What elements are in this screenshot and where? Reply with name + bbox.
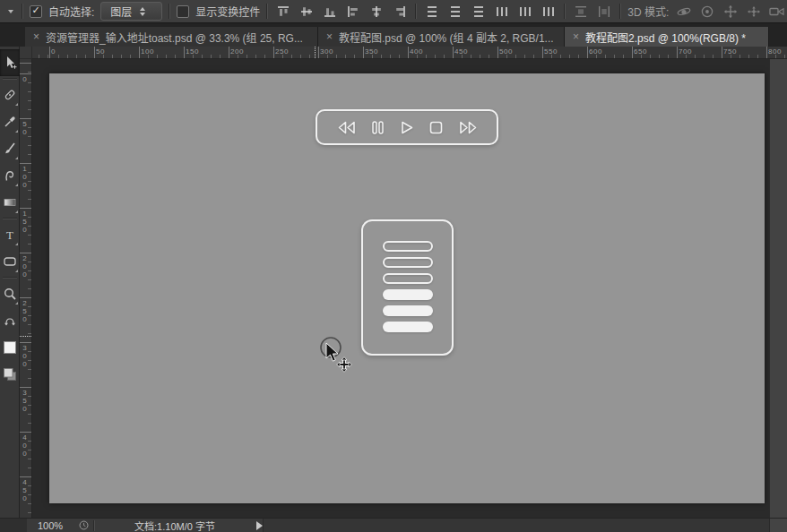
document-tab-1[interactable]: ×资源管理器_输入地址toast.psd @ 33.3% (组 25, RG..… xyxy=(25,27,318,47)
tab-title: 资源管理器_输入地址toast.psd @ 33.3% (组 25, RG... xyxy=(46,30,303,45)
play-button-icon xyxy=(399,120,414,135)
separator xyxy=(266,4,268,19)
list-bar-outline xyxy=(383,273,433,284)
brush-tool[interactable] xyxy=(0,135,20,162)
status-bar: 100% 文档:1.10M/0 字节 xyxy=(0,518,787,532)
auto-select-label: 自动选择: xyxy=(48,4,94,19)
ruler-label: 150 xyxy=(186,47,199,56)
separator xyxy=(564,4,566,19)
tab-close-icon[interactable]: × xyxy=(326,30,333,43)
ruler-label: 250 xyxy=(21,299,28,323)
separator xyxy=(3,78,17,80)
distribute-left-edges-icon[interactable] xyxy=(493,4,511,20)
3d-roll-icon[interactable] xyxy=(698,4,716,20)
distribute-vertical-centers-icon[interactable] xyxy=(446,4,464,20)
3d-slide-icon[interactable] xyxy=(745,4,763,20)
ruler-label: 250 xyxy=(275,47,289,56)
distribute-top-edges-icon[interactable] xyxy=(423,4,441,20)
list-bar-filled xyxy=(383,322,433,332)
ruler-label: 200 xyxy=(21,254,28,279)
tools-panel: T xyxy=(0,47,20,532)
tab-title: 教程配图2.psd @ 100%(RGB/8) * xyxy=(585,30,746,45)
move-arrows-icon xyxy=(337,357,352,373)
chevron-down-icon xyxy=(8,10,13,13)
distribute-buttons-group xyxy=(423,4,558,20)
move-tool[interactable] xyxy=(0,49,20,76)
status-left-spacer xyxy=(0,519,27,532)
horizontal-scrollbar[interactable] xyxy=(263,519,769,532)
foreground-color-swatch[interactable] xyxy=(0,334,20,361)
document-canvas[interactable] xyxy=(49,73,765,503)
distribute-horizontal-spacing-icon[interactable] xyxy=(595,4,613,20)
ruler-label: 300 xyxy=(21,344,28,368)
document-info[interactable]: 文档:1.10M/0 字节 xyxy=(95,519,255,532)
align-buttons-group xyxy=(274,4,409,20)
status-menu-arrow-icon[interactable] xyxy=(256,521,263,530)
smudge-tool[interactable] xyxy=(0,162,20,189)
ruler-label: 400 xyxy=(21,433,28,458)
background-color-swatch[interactable] xyxy=(0,361,20,388)
move-cursor xyxy=(316,335,358,376)
ruler-label: 650 xyxy=(634,47,647,56)
separator xyxy=(169,4,170,19)
document-tab-3[interactable]: ×教程配图2.psd @ 100%(RGB/8) * xyxy=(565,27,769,47)
align-right-edges-icon[interactable] xyxy=(391,4,409,20)
updown-arrows-icon xyxy=(140,7,145,16)
ruler-label: 50 xyxy=(21,120,28,136)
ruler-origin-box[interactable] xyxy=(20,47,32,59)
distribute-spacing-group xyxy=(572,4,613,20)
ruler-label: 750 xyxy=(723,47,737,56)
list-bar-outline xyxy=(383,241,433,252)
align-bottom-edges-icon[interactable] xyxy=(321,4,339,20)
show-transform-label: 显示变换控件 xyxy=(195,4,260,19)
distribute-vertical-spacing-icon[interactable] xyxy=(572,4,590,20)
ruler-label: 450 xyxy=(454,47,468,56)
ruler-label: 300 xyxy=(320,47,333,56)
document-tab-bar: ×资源管理器_输入地址toast.psd @ 33.3% (组 25, RG..… xyxy=(0,23,787,47)
gradient-tool[interactable] xyxy=(0,189,20,216)
tab-close-icon[interactable]: × xyxy=(33,30,39,43)
distribute-horizontal-centers-icon[interactable] xyxy=(516,4,534,20)
ruler-label: 500 xyxy=(499,47,513,56)
ruler-label: 400 xyxy=(410,47,423,56)
ruler-vertical[interactable]: 050100150200250300350400450 xyxy=(20,59,32,518)
separator xyxy=(3,277,17,279)
align-vertical-centers-icon[interactable] xyxy=(298,4,316,20)
vertical-scrollbar[interactable] xyxy=(769,59,787,518)
tab-close-icon[interactable]: × xyxy=(573,30,579,43)
separator xyxy=(415,4,417,19)
auto-select-checkbox[interactable] xyxy=(30,5,42,18)
resize-corner xyxy=(769,519,787,532)
cursor-position-marker-y xyxy=(20,336,31,337)
svg-text:T: T xyxy=(6,228,13,242)
ruler-horizontal[interactable]: 0501001502002503003504004505005506006507… xyxy=(32,47,787,59)
list-bar-filled xyxy=(383,289,433,300)
cursor-position-marker-x xyxy=(315,47,316,58)
3d-orbit-icon[interactable] xyxy=(675,4,693,20)
list-bar-outline xyxy=(383,257,433,268)
ruler-label: 0 xyxy=(21,75,28,83)
separator xyxy=(22,4,23,19)
rounded-rectangle-tool[interactable] xyxy=(0,248,20,275)
type-tool[interactable]: T xyxy=(0,221,20,248)
align-horizontal-centers-icon[interactable] xyxy=(368,4,385,20)
distribute-right-edges-icon[interactable] xyxy=(540,4,558,20)
3d-camera-icon[interactable] xyxy=(768,4,786,20)
align-top-edges-icon[interactable] xyxy=(274,4,292,20)
auto-select-target-dropdown[interactable]: 图层 xyxy=(100,2,162,21)
swap-colors-icon[interactable] xyxy=(0,307,20,334)
healing-brush-tool[interactable] xyxy=(0,82,20,108)
distribute-bottom-edges-icon[interactable] xyxy=(470,4,488,20)
zoom-level-field[interactable]: 100% xyxy=(27,520,74,531)
zoom-tool[interactable] xyxy=(0,280,20,307)
document-tab-2[interactable]: ×教程配图.psd @ 100% (组 4 副本 2, RGB/1... xyxy=(318,27,565,47)
3d-pan-icon[interactable] xyxy=(722,4,739,20)
ruler-label: 100 xyxy=(21,165,28,189)
auto-select-target-value: 图层 xyxy=(110,4,132,19)
eyedropper-tool[interactable] xyxy=(0,108,20,135)
tool-preset-dropdown[interactable] xyxy=(6,10,15,13)
player-controls-artwork xyxy=(316,109,498,145)
list-panel-artwork xyxy=(361,219,454,356)
align-left-edges-icon[interactable] xyxy=(344,4,362,20)
show-transform-checkbox[interactable] xyxy=(177,5,189,18)
